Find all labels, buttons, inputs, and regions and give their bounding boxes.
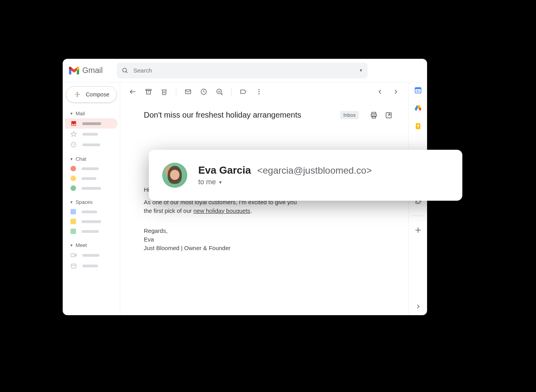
open-new-window-icon[interactable] bbox=[385, 111, 393, 119]
holiday-bouquets-link[interactable]: new holiday bouquets bbox=[194, 207, 250, 214]
section-mail[interactable]: ▼ Mail bbox=[65, 108, 118, 118]
placeholder-bar bbox=[82, 133, 98, 136]
section-chat[interactable]: ▼ Chat bbox=[65, 154, 118, 163]
sidebar-item-inbox[interactable] bbox=[65, 118, 118, 129]
video-plus-icon bbox=[71, 252, 77, 258]
placeholder-bar bbox=[81, 177, 96, 180]
label-icon[interactable] bbox=[239, 88, 247, 96]
collapse-panel-icon[interactable] bbox=[415, 303, 421, 315]
placeholder-bar bbox=[81, 230, 99, 233]
divider bbox=[231, 88, 232, 96]
sender-card: Eva Garcia <egarcia@justbloomed.co> to m… bbox=[149, 150, 462, 201]
toolbar bbox=[120, 82, 408, 101]
section-meet[interactable]: ▼ Meet bbox=[65, 240, 118, 250]
gmail-logo-icon bbox=[69, 67, 79, 74]
search-dropdown-icon[interactable]: ▼ bbox=[359, 68, 363, 73]
svg-marker-2 bbox=[71, 131, 76, 136]
sidebar-item-snoozed[interactable] bbox=[65, 140, 118, 150]
calendar-app-icon[interactable]: 31 bbox=[414, 86, 422, 94]
email-subject: Don't miss our freshest holiday arrangem… bbox=[144, 111, 334, 120]
inbox-icon bbox=[71, 120, 77, 127]
keep-app-icon[interactable] bbox=[414, 122, 422, 130]
header: Gmail ▼ bbox=[63, 59, 427, 82]
svg-point-16 bbox=[217, 89, 221, 94]
svg-point-0 bbox=[123, 68, 127, 72]
add-app-icon[interactable] bbox=[414, 226, 422, 234]
space-item[interactable] bbox=[65, 227, 118, 236]
avatar[interactable] bbox=[162, 163, 187, 188]
space-icon bbox=[71, 229, 76, 234]
svg-rect-27 bbox=[415, 87, 421, 89]
status-dot-icon bbox=[71, 176, 76, 181]
svg-text:31: 31 bbox=[416, 89, 419, 93]
status-dot-icon bbox=[71, 166, 76, 171]
space-icon bbox=[71, 219, 76, 224]
chat-item[interactable] bbox=[65, 174, 118, 183]
placeholder-bar bbox=[82, 265, 98, 267]
compose-button[interactable]: Compose bbox=[66, 86, 117, 103]
calendar-icon bbox=[71, 263, 77, 269]
sender-email: <egarcia@justbloomed.co> bbox=[257, 165, 372, 176]
plus-icon bbox=[73, 91, 81, 98]
chevron-down-icon: ▼ bbox=[218, 180, 223, 185]
space-item[interactable] bbox=[65, 207, 118, 216]
sidebar-item-starred[interactable] bbox=[65, 129, 118, 139]
next-icon[interactable] bbox=[392, 88, 400, 96]
divider bbox=[413, 216, 423, 216]
placeholder-bar bbox=[81, 211, 97, 213]
drive-app-icon[interactable] bbox=[414, 104, 422, 112]
logo[interactable]: Gmail bbox=[69, 66, 103, 75]
svg-point-20 bbox=[259, 91, 260, 93]
placeholder-bar bbox=[82, 143, 100, 146]
mark-unread-icon[interactable] bbox=[184, 88, 192, 96]
add-task-icon[interactable] bbox=[215, 88, 223, 96]
placeholder-bar bbox=[81, 167, 99, 170]
recipient-dropdown[interactable]: to me ▼ bbox=[198, 178, 372, 186]
sidebar: Compose ▼ Mail ▼ Chat bbox=[63, 82, 120, 315]
section-mail-label: Mail bbox=[76, 111, 85, 116]
delete-icon[interactable] bbox=[160, 88, 168, 96]
placeholder-bar bbox=[81, 220, 101, 223]
caret-down-icon: ▼ bbox=[70, 243, 73, 247]
svg-point-38 bbox=[417, 125, 419, 127]
compose-label: Compose bbox=[86, 91, 109, 98]
star-icon bbox=[71, 131, 77, 137]
caret-down-icon: ▼ bbox=[70, 157, 73, 161]
svg-point-21 bbox=[259, 93, 260, 94]
divider bbox=[176, 88, 176, 96]
inbox-chip[interactable]: Inbox bbox=[340, 111, 359, 119]
meet-new[interactable] bbox=[65, 250, 118, 260]
search-bar[interactable]: ▼ bbox=[117, 63, 368, 78]
archive-icon[interactable] bbox=[145, 88, 152, 96]
svg-rect-39 bbox=[418, 127, 418, 129]
signature: Regards, Eva Just Bloomed | Owner & Foun… bbox=[144, 227, 385, 252]
meet-join[interactable] bbox=[65, 261, 118, 271]
status-dot-icon bbox=[71, 185, 76, 191]
snooze-icon[interactable] bbox=[200, 88, 208, 96]
caret-down-icon: ▼ bbox=[70, 200, 73, 204]
more-icon[interactable] bbox=[255, 88, 263, 96]
svg-line-1 bbox=[126, 71, 128, 73]
svg-point-19 bbox=[259, 89, 260, 90]
caret-down-icon: ▼ bbox=[70, 112, 73, 116]
placeholder-bar bbox=[82, 254, 100, 257]
print-icon[interactable] bbox=[370, 111, 378, 119]
clock-icon bbox=[71, 142, 77, 148]
section-spaces-label: Spaces bbox=[76, 199, 92, 205]
placeholder-bar bbox=[81, 187, 101, 190]
back-icon[interactable] bbox=[129, 88, 137, 96]
svg-rect-6 bbox=[71, 264, 76, 268]
chat-item[interactable] bbox=[65, 164, 118, 173]
section-chat-label: Chat bbox=[76, 156, 86, 162]
prev-icon[interactable] bbox=[376, 88, 384, 96]
space-icon bbox=[71, 209, 76, 214]
space-item[interactable] bbox=[65, 217, 118, 226]
search-input[interactable] bbox=[133, 67, 354, 74]
chat-item[interactable] bbox=[65, 183, 118, 193]
svg-rect-4 bbox=[71, 254, 74, 257]
section-spaces[interactable]: ▼ Spaces bbox=[65, 197, 118, 207]
section-meet-label: Meet bbox=[76, 242, 87, 248]
subject-row: Don't miss our freshest holiday arrangem… bbox=[120, 101, 408, 127]
product-name: Gmail bbox=[82, 66, 103, 75]
search-icon bbox=[121, 67, 129, 74]
